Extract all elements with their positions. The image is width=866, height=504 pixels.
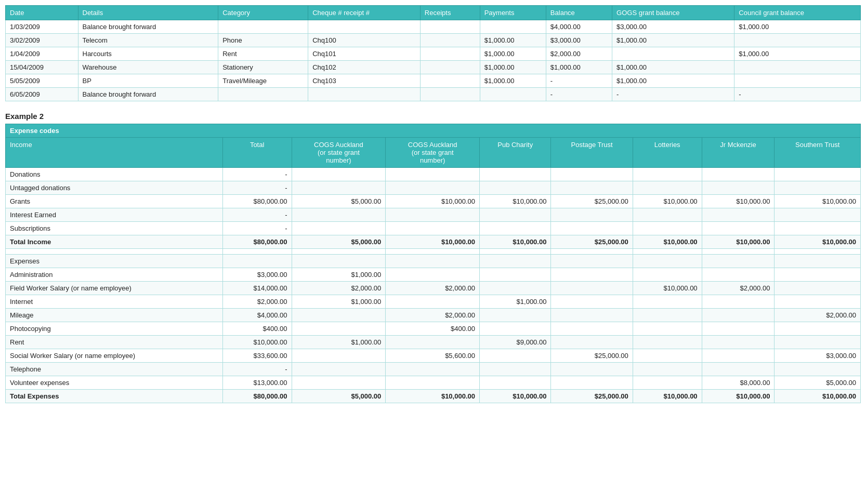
table2-cell: - — [222, 181, 292, 195]
table1-cell: Chq100 — [308, 34, 421, 47]
table1-cell: $1,000.00 — [612, 61, 734, 74]
table2-cell: $14,000.00 — [222, 282, 292, 295]
table2-cell — [551, 168, 633, 181]
table2-cell — [292, 208, 386, 222]
table1-cell: 5/05/2009 — [6, 74, 78, 88]
table2-row-label: Donations — [6, 168, 223, 181]
table2-cell: $10,000.00 — [633, 390, 702, 403]
table2-cell — [386, 363, 480, 376]
table2-cell — [633, 309, 702, 322]
table2-cell — [633, 249, 702, 255]
table1-cell: Balance brought forward — [78, 88, 218, 101]
table2-col-header: Income — [6, 138, 223, 168]
table2-cell — [775, 282, 861, 295]
table2-cell: $1,000.00 — [479, 295, 550, 309]
table2-cell: $2,000.00 — [292, 282, 386, 295]
table2-cell — [292, 168, 386, 181]
table2-cell: $25,000.00 — [551, 349, 633, 363]
table-row: 5/05/2009BPTravel/MileageChq103$1,000.00… — [6, 74, 861, 88]
table2-cell: $1,000.00 — [292, 336, 386, 349]
table1-cell: $1,000.00 — [480, 47, 546, 61]
table1-cell: Chq103 — [308, 74, 421, 88]
table2-cell: $5,000.00 — [292, 390, 386, 403]
table1-cell — [308, 20, 421, 34]
table2-cell: $5,000.00 — [775, 376, 861, 390]
table2-cell: $10,000.00 — [633, 282, 702, 295]
table2-cell: $2,000.00 — [386, 282, 480, 295]
table2-row-label: Administration — [6, 268, 223, 282]
table2-cell: $4,000.00 — [222, 309, 292, 322]
table1-cell — [734, 61, 861, 74]
table1-cell — [420, 61, 480, 74]
table1-col-header: Balance — [546, 6, 612, 20]
table2-cell — [479, 268, 550, 282]
table2-cell — [479, 255, 550, 268]
table2-cell — [775, 208, 861, 222]
table1-cell: $1,000.00 — [480, 74, 546, 88]
table2-cell — [633, 363, 702, 376]
table2-cell — [551, 255, 633, 268]
table2-col-header: Lotteries — [633, 138, 702, 168]
table1-cell: Stationery — [218, 61, 308, 74]
table-row: 3/02/2009TelecomPhoneChq100$1,000.00$3,0… — [6, 34, 861, 47]
table1-cell: $1,000.00 — [734, 47, 861, 61]
example2-title: Example 2 — [5, 112, 861, 121]
table2-cell — [702, 336, 775, 349]
table2-cell — [633, 181, 702, 195]
table2-cell: - — [222, 208, 292, 222]
table1-cell: 3/02/2009 — [6, 34, 78, 47]
table2-cell — [775, 363, 861, 376]
expense-codes-label: Expense codes — [6, 124, 861, 138]
table2-cell: $10,000.00 — [479, 195, 550, 208]
table2-cell — [292, 363, 386, 376]
table2-col-header: Southern Trust — [775, 138, 861, 168]
table2-cell — [702, 363, 775, 376]
table2-cell: $25,000.00 — [551, 235, 633, 249]
table1-cell: - — [546, 88, 612, 101]
table2-cell: $10,000.00 — [386, 195, 480, 208]
table2-cell — [292, 181, 386, 195]
table1-cell — [420, 34, 480, 47]
table1-col-header: GOGS grant balance — [612, 6, 734, 20]
table2-col-header: Postage Trust — [551, 138, 633, 168]
table2-row-label: Subscriptions — [6, 222, 223, 235]
table2-cell — [633, 295, 702, 309]
table-row: Donations- — [6, 168, 861, 181]
table1-cell: $4,000.00 — [546, 20, 612, 34]
table1-cell: 15/04/2009 — [6, 61, 78, 74]
table2: Expense codes IncomeTotalCOGS Auckland (… — [5, 124, 861, 403]
table2-cell — [292, 249, 386, 255]
table2-cell: $33,600.00 — [222, 349, 292, 363]
table2-cell — [633, 349, 702, 363]
table2-cell — [633, 255, 702, 268]
table2-cell — [775, 268, 861, 282]
table2-col-header: COGS Auckland (or state grant number) — [386, 138, 480, 168]
table2-cell — [479, 322, 550, 336]
table2-cell — [633, 376, 702, 390]
table1-cell — [420, 20, 480, 34]
table1-cell — [420, 47, 480, 61]
table2-cell: $10,000.00 — [222, 336, 292, 349]
table2-col-header: Total — [222, 138, 292, 168]
table2-cell — [702, 181, 775, 195]
table1-cell — [420, 88, 480, 101]
table2-cell: $80,000.00 — [222, 195, 292, 208]
table2-cell — [386, 181, 480, 195]
table2-cell — [633, 168, 702, 181]
table-row: Total Expenses$80,000.00$5,000.00$10,000… — [6, 390, 861, 403]
table2-row-label: Untagged donations — [6, 181, 223, 195]
table1-cell — [734, 34, 861, 47]
table1-cell: $1,000.00 — [612, 34, 734, 47]
table2-cell: $400.00 — [386, 322, 480, 336]
table-row: 6/05/2009Balance brought forward--- — [6, 88, 861, 101]
table1-col-header: Date — [6, 6, 78, 20]
table2-cell — [775, 222, 861, 235]
table2-cell: $1,000.00 — [292, 295, 386, 309]
table1-cell: Phone — [218, 34, 308, 47]
table2-cell — [702, 249, 775, 255]
table2-cell: $1,000.00 — [292, 268, 386, 282]
table-row: Subscriptions- — [6, 222, 861, 235]
table-row: Administration$3,000.00$1,000.00 — [6, 268, 861, 282]
table2-row-label: Volunteer expenses — [6, 376, 223, 390]
table2-row-label: Mileage — [6, 309, 223, 322]
